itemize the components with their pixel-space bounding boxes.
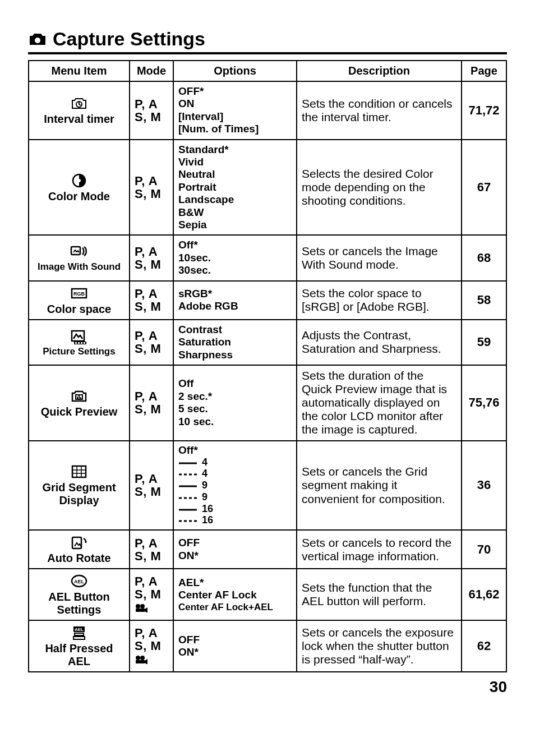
- page-number: 30: [28, 678, 507, 696]
- menu-item-label: Color space: [34, 303, 124, 316]
- grid-option-line: 4: [178, 468, 292, 480]
- page-ref-cell: 59: [462, 320, 506, 365]
- mode-text: P, A S, M: [135, 536, 161, 563]
- svg-rect-14: [72, 466, 86, 477]
- description-cell: Sets or cancels the exposure lock when t…: [297, 620, 462, 672]
- grid-option-line: 4: [178, 457, 292, 468]
- page-title-row: Capture Settings: [28, 28, 507, 54]
- page-ref-cell: 62: [462, 620, 506, 672]
- table-row: Color ModeP, A S, MStandard* Vivid Neutr…: [29, 140, 506, 236]
- options-cell: Off*44991616: [173, 441, 297, 531]
- option-value: Off*: [178, 445, 292, 457]
- table-row: AELHalf Pressed AELP, A S, MOFF ON*Sets …: [29, 620, 506, 672]
- mode-text: P, A S, M: [135, 174, 161, 201]
- mode-cell: P, A S, M: [130, 320, 173, 365]
- option-value: Standard* Vivid Neutral Portrait Landsca…: [178, 144, 234, 231]
- description-cell: Sets the duration of the Quick Preview i…: [297, 365, 462, 441]
- capture-settings-table: Menu Item Mode Options Description Page …: [28, 60, 507, 672]
- menu-item-cell: Auto Rotate: [29, 530, 130, 569]
- dashed-line-icon: [178, 472, 197, 477]
- table-row: Picture SettingsP, A S, MContrast Satura…: [29, 320, 506, 365]
- grid-option-count: 4: [202, 468, 207, 480]
- svg-point-32: [140, 656, 145, 660]
- grid-option-count: 16: [202, 515, 213, 526]
- dashed-line-icon: [178, 496, 197, 500]
- header-page: Page: [462, 61, 506, 81]
- option-value: Center AF Lock+AEL: [178, 602, 292, 613]
- header-menu-item: Menu Item: [29, 61, 130, 81]
- page-title: Capture Settings: [53, 28, 205, 50]
- menu-item-cell: AELAEL Button Settings: [29, 569, 130, 620]
- svg-point-0: [35, 38, 40, 43]
- mode-cell: P, A S, M: [130, 140, 173, 236]
- color-space-icon: RGB: [69, 285, 89, 302]
- mode-cell: P, A S, M: [130, 620, 173, 672]
- color-mode-icon: [69, 172, 89, 189]
- menu-item-cell: Picture Settings: [29, 320, 130, 365]
- options-cell: Off 2 sec.* 5 sec. 10 sec.: [173, 365, 297, 441]
- grid-option-line: 9: [178, 492, 292, 503]
- grid-option-count: 4: [202, 457, 207, 468]
- options-cell: OFF ON*: [173, 620, 297, 672]
- svg-point-25: [140, 604, 145, 609]
- mode-text: P, A S, M: [135, 245, 161, 271]
- mode-cell: P, A S, M: [130, 441, 173, 531]
- grid-option-count: 9: [202, 480, 207, 491]
- mode-text: P, A S, M: [135, 574, 161, 601]
- table-row: RGBColor spaceP, A S, MsRGB* Adobe RGBSe…: [29, 281, 506, 320]
- page-ref-cell: 36: [462, 441, 506, 531]
- option-value: Off 2 sec.* 5 sec. 10 sec.: [178, 377, 214, 427]
- grid-option-count: 9: [202, 492, 207, 503]
- menu-item-label: Picture Settings: [34, 346, 124, 357]
- menu-item-cell: AELHalf Pressed AEL: [29, 620, 130, 672]
- table-row: Image With SoundP, A S, MOff* 10sec. 30s…: [29, 235, 506, 280]
- options-cell: Off* 10sec. 30sec.: [173, 235, 297, 280]
- auto-rotate-icon: [69, 534, 89, 551]
- mode-cell: P, A S, M: [130, 365, 173, 441]
- grid-option-line: 16: [178, 515, 292, 526]
- menu-item-label: Color Mode: [34, 190, 124, 203]
- solid-line-icon: [178, 508, 197, 512]
- page-ref-cell: 75,76: [462, 365, 506, 441]
- svg-rect-30: [73, 637, 85, 639]
- image-with-sound-icon: [69, 243, 89, 260]
- mode-text: P, A S, M: [135, 287, 161, 314]
- svg-text:AEL: AEL: [75, 627, 84, 632]
- mode-cell: P, A S, M: [130, 281, 173, 320]
- grid-option-line: 9: [178, 480, 292, 491]
- svg-point-24: [136, 604, 140, 609]
- grid-option-line: 16: [178, 504, 292, 515]
- svg-rect-12: [84, 342, 85, 344]
- page-ref-cell: 71,72: [462, 81, 506, 140]
- half-pressed-ael-icon: AEL: [69, 624, 89, 641]
- menu-item-cell: Quick Preview: [29, 365, 130, 441]
- options-cell: OFF* ON [Interval] [Num. of Times]: [173, 81, 297, 140]
- svg-rect-26: [136, 609, 145, 612]
- menu-item-label: Image With Sound: [34, 261, 124, 273]
- svg-point-3: [77, 179, 81, 182]
- solid-line-icon: [178, 484, 197, 488]
- menu-item-label: AEL Button Settings: [34, 591, 124, 616]
- svg-text:RGB: RGB: [73, 291, 85, 297]
- options-cell: Standard* Vivid Neutral Portrait Landsca…: [173, 140, 297, 236]
- menu-item-label: Auto Rotate: [34, 552, 124, 565]
- mode-text: P, A S, M: [135, 626, 161, 653]
- menu-item-label: Grid Segment Display: [34, 481, 124, 507]
- table-header-row: Menu Item Mode Options Description Page: [29, 61, 506, 81]
- ael-button-icon: AEL: [69, 573, 89, 589]
- option-value: OFF ON*: [178, 634, 200, 658]
- menu-item-label: Half Pressed AEL: [34, 642, 124, 668]
- description-cell: Sets or cancels the Grid segment making …: [297, 441, 462, 531]
- svg-rect-9: [75, 342, 77, 344]
- option-value: sRGB* Adobe RGB: [178, 288, 238, 312]
- description-cell: Sets the condition or cancels the interv…: [297, 81, 462, 140]
- solid-line-icon: [178, 461, 197, 465]
- quick-preview-icon: [69, 388, 89, 404]
- menu-item-cell: RGBColor space: [29, 281, 130, 320]
- description-cell: Sets or cancels to record the vertical i…: [297, 530, 462, 569]
- dashed-line-icon: [178, 519, 197, 523]
- option-value: OFF* ON [Interval] [Num. of Times]: [178, 85, 259, 135]
- table-row: Interval timerP, A S, MOFF* ON [Interval…: [29, 81, 506, 140]
- svg-rect-11: [81, 342, 82, 344]
- table-row: Quick PreviewP, A S, MOff 2 sec.* 5 sec.…: [29, 365, 506, 441]
